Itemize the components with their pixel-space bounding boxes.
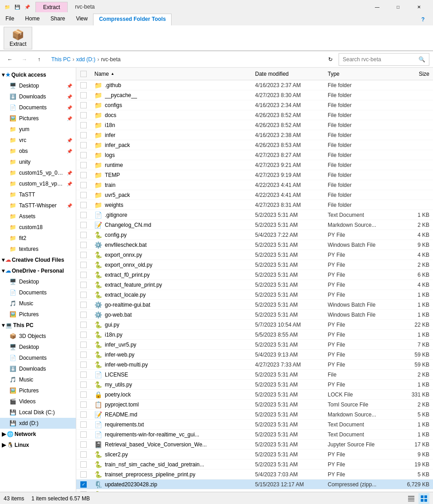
tab-home[interactable]: Home [20, 14, 45, 25]
large-icon-view-button[interactable] [418, 493, 429, 504]
row-checkbox[interactable] [80, 242, 87, 248]
row-checkbox[interactable] [80, 132, 87, 138]
row-check[interactable] [76, 182, 91, 188]
row-checkbox[interactable] [80, 82, 87, 88]
row-check[interactable] [76, 372, 91, 378]
tab-view[interactable]: View [70, 14, 93, 25]
sidebar-item-od-desktop[interactable]: 🖥️ Desktop [0, 276, 76, 287]
row-check[interactable] [76, 212, 91, 218]
table-row[interactable]: 📄 .gitignore 5/2/2023 5:31 AM Text Docum… [76, 210, 433, 220]
table-row[interactable]: 📄 requirements.txt 5/2/2023 5:31 AM Text… [76, 420, 433, 430]
row-check[interactable] [76, 362, 91, 368]
row-checkbox[interactable] [80, 152, 87, 158]
row-checkbox[interactable] [80, 372, 87, 378]
maximize-button[interactable]: □ [388, 0, 408, 14]
row-checkbox[interactable] [80, 322, 87, 328]
sidebar-item-pc-music[interactable]: 🎵 Music [0, 374, 76, 385]
sidebar-item-local-disk[interactable]: 💾 Local Disk (C:) [0, 407, 76, 418]
row-checkbox[interactable] [80, 491, 87, 492]
sidebar-item-obs[interactable]: 📁 obs 📌 [0, 146, 76, 157]
table-row[interactable]: 🐍 export_onnx.py 5/2/2023 5:31 AM PY Fil… [76, 250, 433, 260]
row-check[interactable] [76, 102, 91, 108]
table-row[interactable]: ⚙️ envfilescheck.bat 5/2/2023 5:31 AM Wi… [76, 240, 433, 250]
sidebar-item-textures[interactable]: 📁 textures [0, 244, 76, 254]
row-checkbox[interactable] [80, 272, 87, 278]
table-row[interactable]: 🐍 trainset_preprocess_pipeline_print.py … [76, 470, 433, 480]
sidebar-item-3d-objects[interactable]: 📦 3D Objects [0, 331, 76, 342]
row-check[interactable] [76, 282, 91, 288]
row-check[interactable] [76, 391, 91, 398]
back-button[interactable]: ← [4, 53, 16, 66]
table-row[interactable]: 🐍 infer-web-multi.py 4/27/2023 7:33 AM P… [76, 360, 433, 370]
sidebar-item-pc-documents[interactable]: 📄 Documents [0, 352, 76, 363]
sidebar-item-unity[interactable]: 📁 unity [0, 157, 76, 167]
row-checkbox[interactable] [80, 232, 87, 238]
row-check[interactable] [76, 431, 91, 438]
row-check[interactable] [76, 172, 91, 178]
row-checkbox[interactable] [80, 142, 87, 148]
row-check[interactable] [76, 142, 91, 148]
row-checkbox[interactable] [80, 172, 87, 178]
minimize-button[interactable]: — [367, 0, 388, 14]
row-checkbox[interactable]: ✓ [80, 481, 87, 488]
row-check[interactable] [76, 401, 91, 408]
table-row[interactable]: 🐍 gui.py 5/7/2023 10:54 AM PY File 22 KB [76, 320, 433, 330]
row-checkbox[interactable] [80, 112, 87, 118]
table-row[interactable]: 🐍 config.py 5/4/2023 7:22 AM PY File 4 K… [76, 230, 433, 240]
table-row[interactable]: 🐍 extract_f0_print.py 5/2/2023 5:31 AM P… [76, 270, 433, 280]
details-view-button[interactable] [406, 493, 417, 504]
select-all-checkbox[interactable] [80, 71, 87, 77]
row-checkbox[interactable] [80, 192, 87, 198]
row-check[interactable] [76, 272, 91, 278]
table-row[interactable]: 📁 TEMP 4/27/2023 9:19 AM File folder [76, 170, 433, 180]
table-row[interactable]: 📝 README.md 5/2/2023 5:31 AM Markdown So… [76, 410, 433, 420]
row-checkbox[interactable] [80, 212, 87, 218]
row-checkbox[interactable] [80, 312, 87, 318]
row-check[interactable] [76, 302, 91, 308]
search-input[interactable] [343, 56, 418, 63]
tab-compressed-folder-tools[interactable]: Compressed Folder Tools [93, 14, 172, 25]
sidebar-item-od-pictures[interactable]: 🖼️ Pictures [0, 309, 76, 320]
row-check[interactable] [76, 132, 91, 138]
row-check[interactable] [76, 332, 91, 338]
breadcrumb[interactable]: This PC › xdd (D:) › rvc-beta [47, 53, 322, 66]
row-check[interactable] [76, 471, 91, 478]
row-check[interactable] [76, 451, 91, 458]
table-row[interactable]: 📁 uvr5_pack 4/22/2023 4:41 AM File folde… [76, 190, 433, 200]
table-row[interactable]: 🐍 my_utils.py 5/2/2023 5:31 AM PY File 1… [76, 380, 433, 390]
sidebar-item-tastt-whisper[interactable]: 📁 TaSTT-Whisper 📌 [0, 200, 76, 211]
sidebar-item-od-music[interactable]: 🎵 Music [0, 298, 76, 309]
sidebar-item-od-documents[interactable]: 📄 Documents [0, 287, 76, 298]
row-check[interactable] [76, 292, 91, 298]
table-row[interactable]: 🐍 train_nsf_sim_cache_sid_load_pretrain.… [76, 460, 433, 470]
sidebar-item-pc-desktop[interactable]: 🖥️ Desktop [0, 342, 76, 352]
up-button[interactable]: ↑ [33, 53, 45, 66]
row-checkbox[interactable] [80, 391, 87, 398]
table-row[interactable]: 📁 weights 4/27/2023 8:31 AM File folder [76, 200, 433, 210]
row-check[interactable] [76, 192, 91, 198]
row-checkbox[interactable] [80, 382, 87, 388]
sidebar-item-yum[interactable]: 📁 yum [0, 124, 76, 135]
row-checkbox[interactable] [80, 102, 87, 108]
sidebar-section-network[interactable]: ▶ 🌐 Network [0, 429, 76, 440]
row-checkbox[interactable] [80, 332, 87, 338]
row-check[interactable] [76, 152, 91, 158]
row-check[interactable] [76, 222, 91, 228]
sidebar-section-creative-cloud[interactable]: ▾ ☁ Creative Cloud Files [0, 254, 76, 265]
row-checkbox[interactable] [80, 461, 87, 468]
header-size[interactable]: Size [397, 71, 433, 77]
row-checkbox[interactable] [80, 292, 87, 298]
row-check[interactable] [76, 441, 91, 448]
sidebar-item-downloads[interactable]: ⬇️ Downloads 📌 [0, 91, 76, 102]
row-checkbox[interactable] [80, 431, 87, 438]
row-check[interactable] [76, 461, 91, 468]
extract-button[interactable]: 📦 Extract [4, 27, 32, 49]
sidebar-item-pc-downloads[interactable]: ⬇️ Downloads [0, 363, 76, 374]
row-checkbox[interactable] [80, 162, 87, 168]
row-check[interactable] [76, 262, 91, 268]
sidebar-section-quick-access[interactable]: ▾ ★ Quick access [0, 69, 76, 80]
table-row[interactable]: 📓 Retrieval_based_Voice_Conversion_We...… [76, 440, 433, 450]
table-row[interactable]: 🐍 export_onnx_old.py 5/2/2023 5:31 AM PY… [76, 260, 433, 270]
refresh-button[interactable]: ↻ [324, 53, 337, 66]
row-check[interactable] [76, 421, 91, 428]
